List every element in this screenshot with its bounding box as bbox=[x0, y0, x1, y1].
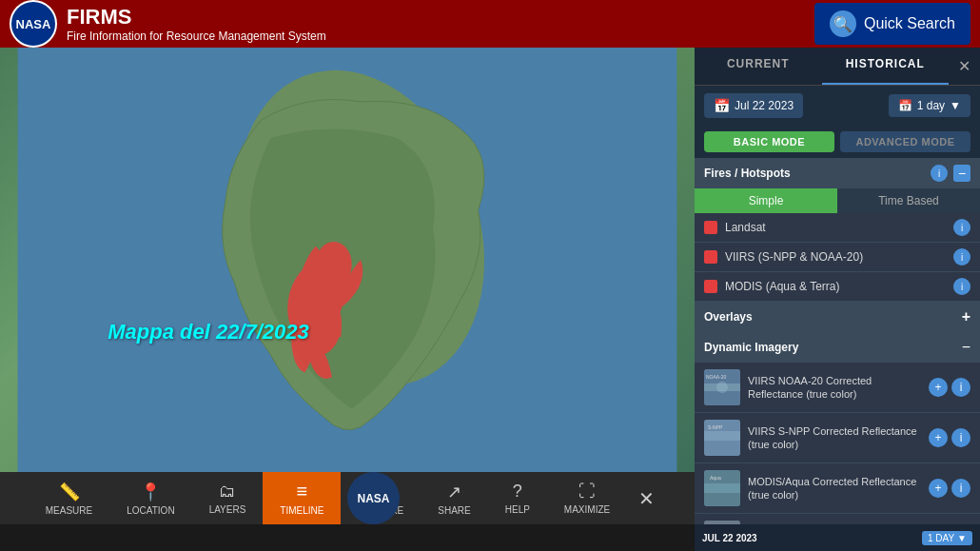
panel-close-button[interactable]: ✕ bbox=[949, 48, 980, 85]
viirs-snpp-add-button[interactable]: + bbox=[929, 428, 948, 447]
right-chevron-icon: ▼ bbox=[957, 533, 967, 543]
fire-item-viirs: VIIRS (S-NPP & NOAA-20) i bbox=[695, 243, 980, 272]
help-icon: ? bbox=[513, 482, 522, 502]
app-subtitle: Fire Information for Resource Management… bbox=[67, 30, 326, 43]
timeline-button[interactable]: ≡ TIMELINE bbox=[263, 472, 341, 524]
nasa-logo-bottom: NASA bbox=[347, 472, 400, 524]
modis-aqua-add-button[interactable]: + bbox=[929, 479, 948, 498]
island-map bbox=[0, 48, 695, 472]
advanced-mode-button[interactable]: ADVANCED MODE bbox=[840, 131, 970, 152]
maximize-button[interactable]: ⛶ MAXIMIZE bbox=[547, 472, 627, 524]
fires-section-header[interactable]: Fires / Hotspots i − bbox=[695, 158, 980, 188]
modis-info-button[interactable]: i bbox=[953, 278, 970, 295]
layers-button[interactable]: 🗂 LAYERS bbox=[192, 472, 264, 524]
fire-dot-viirs bbox=[704, 250, 717, 264]
fires-info-button[interactable]: i bbox=[931, 165, 948, 182]
location-icon: 📍 bbox=[140, 482, 161, 502]
maximize-label: MAXIMIZE bbox=[564, 504, 610, 515]
basic-mode-button[interactable]: BASIC MODE bbox=[704, 131, 834, 152]
close-toolbar-button[interactable]: ✕ bbox=[627, 487, 666, 510]
modis-aqua-label: MODIS/Aqua Corrected Reflectance (true c… bbox=[748, 475, 921, 502]
viirs-info-button[interactable]: i bbox=[953, 248, 970, 266]
layers-icon: 🗂 bbox=[219, 482, 236, 502]
right-timeline-duration[interactable]: 1 DAY ▼ bbox=[922, 531, 972, 545]
viirs-snpp-controls: + i bbox=[929, 428, 970, 447]
measure-button[interactable]: 📏 MEASURE bbox=[29, 472, 109, 524]
svg-point-7 bbox=[716, 382, 728, 393]
fires-collapse-button[interactable]: − bbox=[953, 165, 970, 182]
fire-dot-modis bbox=[704, 280, 717, 293]
viirs-noaa20-controls: + i bbox=[929, 378, 970, 397]
help-button[interactable]: ? HELP bbox=[488, 472, 547, 524]
calendar-icon: 📅 bbox=[714, 98, 730, 113]
search-icon: 🔍 bbox=[830, 10, 856, 37]
fire-subtabs: Simple Time Based bbox=[695, 188, 980, 213]
duration-icon: 📅 bbox=[898, 99, 912, 112]
app-name: FIRMS bbox=[67, 5, 326, 30]
share-label: SHARE bbox=[438, 505, 470, 516]
selected-date: Jul 22 2023 bbox=[735, 99, 794, 112]
date-row: 📅 Jul 22 2023 📅 1 day ▼ bbox=[695, 86, 980, 126]
dynamic-imagery-title: Dynamic Imagery bbox=[704, 341, 962, 354]
fire-label-modis: MODIS (Aqua & Terra) bbox=[725, 280, 946, 293]
right-timeline-label: JUL 22 2023 bbox=[702, 533, 757, 543]
imagery-item-viirs-noaa20: NOAA-20 VIIRS NOAA-20 Corrected Reflecta… bbox=[695, 363, 980, 413]
svg-rect-10 bbox=[704, 431, 740, 441]
header-title: FIRMS Fire Information for Resource Mana… bbox=[67, 5, 326, 43]
viirs-noaa20-info-button[interactable]: i bbox=[951, 378, 970, 397]
nasa-logo: NASA bbox=[10, 0, 57, 48]
modis-aqua-info-button[interactable]: i bbox=[951, 479, 970, 498]
timeline-icon: ≡ bbox=[297, 481, 308, 502]
chevron-down-icon: ▼ bbox=[950, 99, 961, 112]
svg-text:S-NPP: S-NPP bbox=[708, 424, 723, 430]
svg-text:NOAA-20: NOAA-20 bbox=[706, 374, 727, 380]
map-container[interactable]: Mappa del 22/7/2023 bbox=[0, 48, 695, 472]
fire-dot-landsat bbox=[704, 221, 717, 234]
fires-section-title: Fires / Hotspots bbox=[704, 167, 931, 180]
right-timeline: JUL 22 2023 1 DAY ▼ bbox=[695, 524, 980, 551]
overlays-title: Overlays bbox=[704, 310, 753, 324]
viirs-noaa20-add-button[interactable]: + bbox=[929, 378, 948, 397]
landsat-info-button[interactable]: i bbox=[953, 219, 970, 236]
imagery-item-modis-aqua: Aqua MODIS/Aqua Corrected Reflectance (t… bbox=[695, 463, 980, 514]
viirs-snpp-info-button[interactable]: i bbox=[951, 428, 970, 447]
tab-historical[interactable]: HISTORICAL bbox=[822, 48, 950, 85]
overlays-section[interactable]: Overlays + bbox=[695, 302, 980, 332]
fire-label-viirs: VIIRS (S-NPP & NOAA-20) bbox=[725, 250, 946, 264]
modis-aqua-thumb: Aqua bbox=[704, 470, 740, 506]
maximize-icon: ⛶ bbox=[578, 482, 596, 502]
quick-search-button[interactable]: 🔍 Quick Search bbox=[814, 3, 970, 45]
measure-icon: 📏 bbox=[59, 482, 80, 502]
fire-subtab-timebased[interactable]: Time Based bbox=[837, 188, 980, 213]
layers-label: LAYERS bbox=[209, 504, 246, 515]
right-duration-value: 1 DAY bbox=[928, 533, 954, 543]
measure-label: MEASURE bbox=[46, 505, 92, 516]
toolbar: 📏 MEASURE 📍 LOCATION 🗂 LAYERS ≡ TIMELINE… bbox=[0, 472, 695, 524]
fire-item-modis: MODIS (Aqua & Terra) i bbox=[695, 272, 980, 302]
duration-picker[interactable]: 📅 1 day ▼ bbox=[889, 94, 970, 117]
tab-current[interactable]: CURRENT bbox=[695, 48, 822, 85]
viirs-snpp-label: VIIRS S-NPP Corrected Reflectance (true … bbox=[748, 424, 921, 452]
viirs-noaa20-thumb: NOAA-20 bbox=[704, 369, 740, 405]
svg-rect-13 bbox=[704, 483, 740, 493]
quick-search-label: Quick Search bbox=[864, 15, 955, 32]
viirs-noaa20-label: VIIRS NOAA-20 Corrected Reflectance (tru… bbox=[748, 374, 921, 402]
help-label: HELP bbox=[505, 504, 530, 515]
imagery-item-viirs-snpp: S-NPP VIIRS S-NPP Corrected Reflectance … bbox=[695, 413, 980, 463]
panel-tabs: CURRENT HISTORICAL ✕ bbox=[695, 48, 980, 86]
fire-label-landsat: Landsat bbox=[725, 221, 946, 234]
viirs-snpp-thumb: S-NPP bbox=[704, 420, 740, 456]
date-picker[interactable]: 📅 Jul 22 2023 bbox=[704, 93, 803, 118]
share-button[interactable]: ↗ SHARE bbox=[421, 472, 487, 524]
app-header: NASA FIRMS Fire Information for Resource… bbox=[0, 0, 980, 48]
dynamic-imagery-collapse[interactable]: − bbox=[962, 339, 970, 356]
fire-subtab-simple[interactable]: Simple bbox=[695, 188, 837, 213]
location-button[interactable]: 📍 LOCATION bbox=[109, 472, 191, 524]
dynamic-imagery-section[interactable]: Dynamic Imagery − bbox=[695, 332, 980, 363]
duration-value: 1 day bbox=[917, 99, 945, 112]
nasa-logo-text: NASA bbox=[16, 17, 51, 31]
mode-row: BASIC MODE ADVANCED MODE bbox=[695, 126, 980, 158]
location-label: LOCATION bbox=[127, 505, 174, 516]
overlays-plus-icon[interactable]: + bbox=[962, 308, 970, 325]
timeline-label: TIMELINE bbox=[280, 505, 323, 516]
